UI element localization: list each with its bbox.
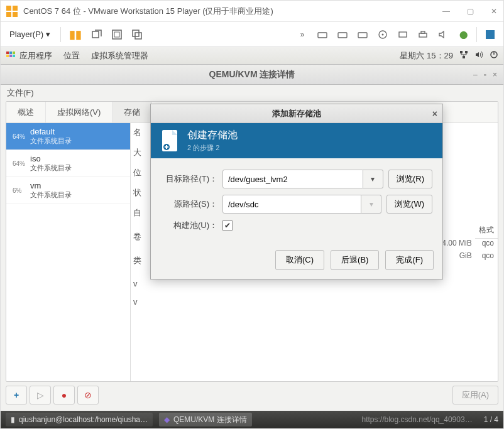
disk3-icon[interactable] — [356, 28, 370, 41]
pause-icon[interactable]: ▮▮ — [68, 28, 82, 41]
storage-pool-list: 64% default 文件系统目录 64% iso 文件系统目录 6% — [6, 123, 131, 381]
svg-rect-10 — [338, 33, 347, 38]
svg-rect-21 — [6, 55, 9, 57]
file-menu[interactable]: 文件(F) — [7, 87, 34, 99]
close-button[interactable]: × — [493, 70, 497, 79]
places-menu[interactable]: 位置 — [63, 50, 80, 62]
vmware-titlebar: CentOS 7 64 位 - VMware Workstation 15 Pl… — [1, 1, 503, 22]
start-pool-button[interactable]: ▷ — [30, 386, 51, 405]
sound-icon[interactable] — [436, 28, 450, 41]
pool-item-vm[interactable]: 6% vm 文件系统目录 — [6, 177, 130, 204]
toolbar-separator — [476, 27, 477, 42]
power-icon[interactable] — [490, 50, 498, 61]
cancel-button[interactable]: 取消(C) — [275, 250, 324, 270]
minimize-button[interactable]: – — [473, 70, 478, 79]
dialog-footer: 取消(C) 后退(B) 完成(F) — [151, 244, 442, 279]
build-pool-checkbox[interactable]: ✔ — [222, 220, 233, 231]
svg-rect-7 — [133, 30, 139, 36]
applications-menu[interactable]: 应用程序 — [19, 50, 52, 62]
usb-icon[interactable]: ⬤ — [456, 28, 470, 41]
detail-labels-peek: 名 大 位 状 自 卷 类 v v — [131, 123, 146, 381]
pool-usage: 64% — [13, 160, 26, 167]
size-cell: GiB — [459, 251, 472, 260]
printer-icon[interactable] — [416, 28, 430, 41]
pool-usage: 6% — [13, 187, 26, 194]
qemu-title: QEMU/KVM 连接详情 — [173, 415, 247, 425]
tab-virtual-network[interactable]: 虚拟网络(V) — [46, 102, 112, 122]
source-path-dropdown-icon[interactable]: ▾ — [361, 195, 381, 214]
pool-item-default[interactable]: 64% default 文件系统目录 — [6, 123, 130, 150]
add-storage-pool-dialog: 添加新存储池 × 创建存储池 2 的步骤 2 目标路径(T)： ▾ 浏览(R) … — [150, 104, 443, 280]
svg-rect-15 — [419, 33, 427, 37]
storage-pool-icon — [158, 128, 181, 153]
source-path-combo: ▾ — [222, 195, 381, 214]
table-header-format: 格式 — [475, 222, 498, 239]
workspace-pager[interactable]: 1 / 4 — [484, 415, 498, 424]
browse-target-button[interactable]: 浏览(R) — [388, 170, 432, 188]
tab-overview[interactable]: 概述 — [6, 102, 46, 122]
gnome-top-panel: 应用程序 位置 虚拟系统管理器 星期六 15：29 — [1, 47, 503, 65]
target-path-input[interactable] — [222, 170, 363, 188]
vol-prefix: v — [133, 279, 143, 288]
finish-button[interactable]: 完成(F) — [385, 250, 434, 270]
label-location: 位 — [133, 167, 143, 178]
taskbar-terminal[interactable]: ▮ qiushanjun@localhost:/home/qiusha… — [6, 413, 153, 426]
svg-rect-19 — [9, 52, 12, 54]
dialog-header-title: 创建存储池 — [187, 129, 238, 142]
source-path-input[interactable] — [222, 195, 361, 214]
watermark-text: https://blog.csdn.net/qq_40903… — [362, 415, 473, 424]
target-path-label: 目标路径(T)： — [161, 173, 217, 185]
stop-pool-button[interactable]: ● — [53, 386, 75, 405]
vmware-toolbar: Player(P) ▾ ▮▮ » ⬤ — [1, 22, 503, 47]
applications-icon — [6, 51, 16, 61]
source-path-label: 源路径(S)： — [161, 198, 217, 210]
taskbar-qemu[interactable]: ◆ QEMU/KVM 连接详情 — [159, 413, 252, 426]
dialog-close-button[interactable]: × — [432, 109, 437, 119]
virt-manager-menu[interactable]: 虚拟系统管理器 — [91, 50, 148, 62]
pool-name: default — [30, 127, 72, 136]
browse-source-button[interactable]: 浏览(W) — [386, 195, 432, 214]
fullscreen-icon[interactable] — [110, 28, 124, 41]
pool-item-iso[interactable]: 64% iso 文件系统目录 — [6, 150, 130, 177]
dropdown-icon: ▾ — [46, 30, 50, 39]
svg-rect-16 — [421, 31, 425, 33]
target-path-dropdown-icon[interactable]: ▾ — [363, 170, 383, 188]
add-pool-button[interactable]: + — [6, 386, 27, 405]
player-menu-label: Player(P) — [9, 30, 43, 39]
minimize-button[interactable]: — — [442, 7, 451, 16]
table-peek: 4.00 MiBqco GiBqco — [442, 239, 498, 260]
svg-rect-22 — [9, 55, 12, 57]
clock-label[interactable]: 星期六 15：29 — [400, 50, 453, 62]
maximize-button[interactable]: ▫ — [484, 70, 486, 79]
volume-icon[interactable] — [474, 50, 483, 61]
svg-rect-9 — [318, 33, 327, 38]
pool-name: iso — [30, 154, 72, 163]
unity-icon[interactable] — [130, 28, 144, 41]
delete-pool-button[interactable]: ⊘ — [77, 386, 99, 405]
send-ctrl-alt-del-icon[interactable] — [90, 28, 104, 41]
help-icon[interactable] — [483, 28, 497, 41]
cd-icon[interactable] — [376, 28, 390, 41]
back-button[interactable]: 后退(B) — [331, 250, 379, 270]
tab-storage[interactable]: 存储 — [112, 102, 152, 122]
pool-type: 文件系统目录 — [30, 190, 72, 200]
disk2-icon[interactable] — [336, 28, 349, 41]
apply-button[interactable]: 应用(A) — [452, 386, 498, 405]
network-icon[interactable]: » — [295, 28, 309, 41]
pool-name: vm — [30, 181, 72, 190]
network-adapter-icon[interactable] — [396, 28, 410, 41]
player-menu[interactable]: Player(P) ▾ — [7, 28, 53, 40]
vmware-window-controls: — ▢ ✕ — [442, 7, 498, 16]
target-path-row: 目标路径(T)： ▾ 浏览(R) — [161, 170, 432, 188]
close-button[interactable]: ✕ — [490, 7, 498, 16]
svg-rect-2 — [6, 12, 11, 17]
network-status-icon[interactable] — [459, 50, 468, 61]
label-size: 大 — [133, 147, 143, 158]
disk-icon[interactable] — [315, 28, 329, 41]
toolbar-group-right: » ⬤ — [295, 27, 497, 42]
svg-rect-20 — [13, 52, 15, 54]
virt-manager-icon: ◆ — [164, 415, 170, 424]
vmware-logo-icon — [6, 5, 18, 18]
svg-rect-23 — [13, 55, 15, 57]
maximize-button[interactable]: ▢ — [466, 7, 474, 16]
